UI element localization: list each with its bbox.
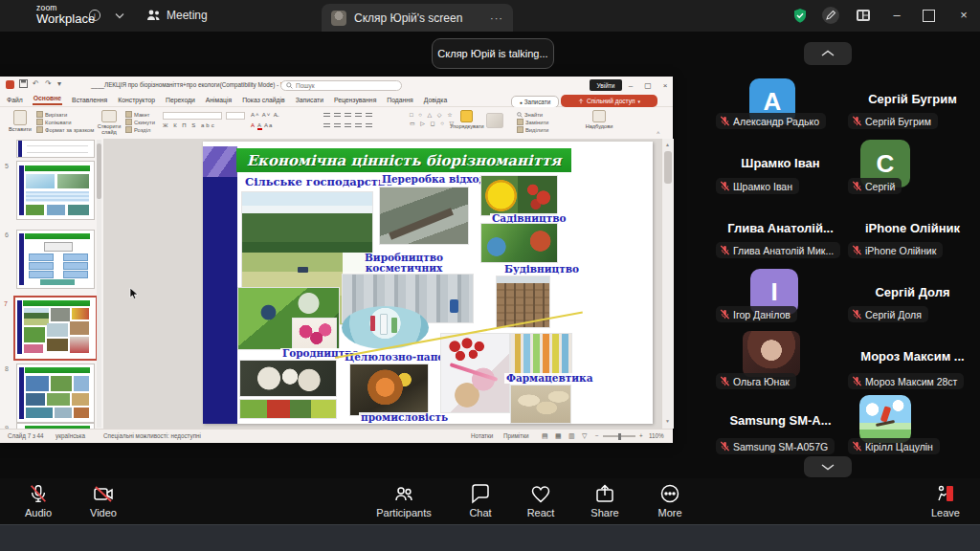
thumbnail-scrollbar-thumb[interactable]: [97, 143, 101, 199]
react-button[interactable]: React: [506, 482, 575, 518]
zoom-in-button[interactable]: +: [639, 432, 643, 439]
ppt-close-button[interactable]: ×: [658, 78, 672, 92]
thumbnail-slide-7-selected[interactable]: [13, 296, 98, 361]
close-button[interactable]: ×: [955, 7, 972, 24]
gallery-down-button[interactable]: [804, 456, 852, 477]
quick-styles-box[interactable]: [486, 113, 503, 128]
qat-more-icon[interactable]: ▾: [57, 79, 61, 88]
annotate-pencil-icon[interactable]: [821, 6, 840, 25]
thumbnail-scrollbar[interactable]: [97, 140, 101, 428]
undo-icon[interactable]: ↶: [33, 79, 39, 88]
tab-shared-screen[interactable]: Скляр Юрій's screen ···: [322, 4, 513, 32]
participant-center-name[interactable]: Шрамко Іван: [716, 156, 845, 170]
participant-avatar-photo[interactable]: [859, 395, 911, 443]
view-layout-icon[interactable]: [855, 7, 872, 24]
select-button[interactable]: Виділити: [517, 126, 548, 133]
font-grow-shrink[interactable]: A˄ A˅ A̶: [251, 112, 278, 118]
paragraph-row1[interactable]: [323, 113, 372, 119]
font-style-row[interactable]: Ж К П S abc: [163, 122, 216, 128]
zoom-out-button[interactable]: −: [595, 432, 599, 439]
tab-slideshow[interactable]: Показ слайдів: [241, 97, 286, 105]
participant-center-name[interactable]: Мороз Максим ...: [848, 349, 977, 364]
participant-center-name[interactable]: iPhone Олійник: [848, 221, 977, 235]
view-reading-icon[interactable]: ▥: [568, 432, 575, 440]
tab-file[interactable]: Файл: [6, 97, 24, 105]
participant-center-name[interactable]: Samsung SM-A...: [716, 413, 845, 428]
tab-home[interactable]: Основне: [33, 95, 62, 105]
security-shield-icon[interactable]: [792, 8, 808, 24]
signin-button[interactable]: Увійти: [590, 79, 622, 91]
slideshow-icon[interactable]: ▽: [582, 432, 587, 440]
zoom-percent[interactable]: 110%: [649, 432, 664, 439]
section-button[interactable]: Розділ: [125, 126, 155, 133]
accessibility-status[interactable]: Спеціальні можливості: недоступні: [103, 432, 201, 439]
save-icon[interactable]: [19, 79, 28, 88]
comments-button[interactable]: Примітки: [503, 432, 528, 439]
info-icon[interactable]: i: [88, 9, 101, 22]
chevron-down-icon[interactable]: [115, 12, 124, 19]
muted-mic-icon: [720, 309, 730, 320]
scrollbar-thumb[interactable]: [664, 151, 672, 184]
minimize-button[interactable]: –: [888, 7, 905, 24]
view-normal-icon[interactable]: ▤: [542, 432, 548, 440]
tab-transitions[interactable]: Переходи: [165, 97, 196, 105]
tab-insert[interactable]: Вставлення: [71, 97, 108, 105]
zoom-slider-thumb[interactable]: [618, 433, 621, 440]
ppt-minimize-button[interactable]: –: [624, 78, 637, 92]
notes-button[interactable]: Нотатки: [471, 432, 493, 439]
participant-center-name[interactable]: Сергій Доля: [848, 285, 977, 299]
copy-button[interactable]: Копіювати: [36, 119, 94, 125]
font-color-row[interactable]: A A Aa: [251, 122, 273, 128]
find-button[interactable]: Знайти: [517, 111, 548, 118]
gallery-up-button[interactable]: [804, 42, 852, 65]
ppt-search-box[interactable]: Пошук: [280, 80, 402, 91]
audio-button[interactable]: Audio: [4, 482, 73, 518]
share-access-button[interactable]: Спільний доступ ▾: [561, 95, 657, 107]
cut-button[interactable]: Вирізати: [36, 111, 94, 118]
font-size-box[interactable]: [226, 112, 245, 120]
share-button[interactable]: Share: [570, 482, 639, 518]
maximize-button[interactable]: [923, 10, 935, 22]
view-sorter-icon[interactable]: ▦: [555, 432, 562, 440]
participant-center-name[interactable]: Глива Анатолій...: [716, 221, 845, 235]
paste-button[interactable]: Вставити: [8, 110, 33, 132]
format-painter-button[interactable]: Формат за зразком: [36, 126, 94, 133]
video-button[interactable]: Video: [69, 482, 138, 518]
chat-button[interactable]: Chat: [446, 482, 515, 518]
shapes-row1[interactable]: □ ○ △ ◇ ☆: [410, 111, 455, 118]
participant-avatar-photo[interactable]: [743, 331, 800, 377]
redo-icon[interactable]: ↷: [45, 79, 52, 88]
tab-review[interactable]: Рецензування: [333, 97, 377, 105]
more-button[interactable]: More: [635, 482, 704, 518]
thumbnail-slide-6[interactable]: [16, 230, 95, 289]
shapes-row2[interactable]: ▭ ▷ ◻ ○ ▽: [410, 120, 456, 126]
scroll-up-icon[interactable]: ▲: [665, 142, 670, 147]
scroll-down-icon[interactable]: ▼: [665, 418, 670, 424]
tab-view[interactable]: Подання: [386, 97, 413, 105]
addins-button[interactable]: Надбудови: [581, 110, 617, 129]
tab-animations[interactable]: Анімація: [205, 97, 233, 105]
leave-icon: [934, 482, 957, 505]
tab-record[interactable]: Записати: [295, 97, 324, 105]
language-indicator[interactable]: українська: [56, 432, 85, 439]
tab-design[interactable]: Конструктор: [117, 97, 156, 105]
thumbnail-slide-8[interactable]: [16, 364, 95, 423]
thumbnail-slide-5[interactable]: [16, 161, 95, 220]
replace-button[interactable]: Замінити: [517, 119, 548, 125]
ppt-maximize-button[interactable]: ▢: [641, 78, 655, 92]
new-slide-button[interactable]: Створити слайд: [95, 110, 123, 136]
arrange-button[interactable]: Упорядкувати: [450, 110, 482, 129]
paragraph-row2[interactable]: [323, 123, 372, 129]
tab-options-icon[interactable]: ···: [490, 12, 503, 24]
thumbnail-slide-4-partial[interactable]: [16, 140, 95, 158]
participant-center-name[interactable]: Сергій Бугрим: [848, 92, 977, 106]
reset-button[interactable]: Скинути: [125, 119, 155, 125]
participants-button[interactable]: Participants: [369, 482, 438, 518]
tab-help[interactable]: Довідка: [423, 97, 448, 105]
slide-scrollbar[interactable]: ▲ ▼: [661, 139, 674, 429]
collapse-ribbon-icon[interactable]: ˄: [657, 130, 660, 136]
layout-button[interactable]: Макет: [125, 111, 155, 118]
font-name-box[interactable]: [163, 112, 222, 120]
leave-button[interactable]: Leave: [911, 482, 980, 518]
tab-meeting[interactable]: Meeting: [167, 9, 208, 22]
